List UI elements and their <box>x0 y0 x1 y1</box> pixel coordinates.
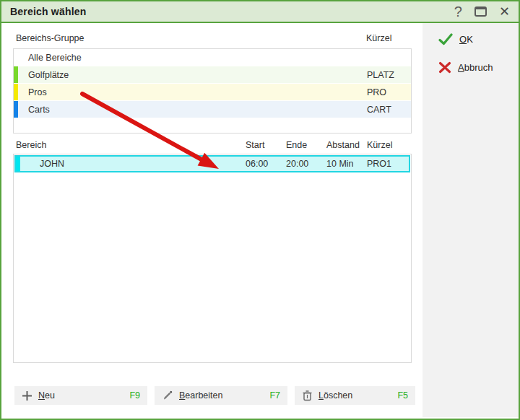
column-header-abstand: Abstand <box>326 140 360 150</box>
bereich-row-john-selected[interactable]: JOHN 06:00 20:00 10 Min PRO1 <box>14 155 410 172</box>
bereich-row-abstand: 10 Min <box>326 159 354 169</box>
group-row-label: Alle Bereiche <box>28 53 82 63</box>
row-color-bar <box>16 157 20 171</box>
bereich-table: JOHN 06:00 20:00 10 Min PRO1 <box>13 154 412 363</box>
close-icon[interactable]: ✕ <box>499 5 510 18</box>
plus-icon <box>22 390 32 401</box>
column-header-ende: Ende <box>286 140 307 150</box>
group-row-pros[interactable]: Pros PRO <box>14 84 411 100</box>
x-icon <box>438 61 451 74</box>
ok-button-label: OK <box>459 34 473 45</box>
group-row-carts[interactable]: Carts CART <box>14 101 411 118</box>
group-section-label: Bereichs-Gruppe <box>16 33 84 43</box>
loeschen-button-label: Löschen <box>318 390 352 401</box>
maximize-icon[interactable] <box>474 6 487 17</box>
group-kuerzel-header: Kürzel <box>366 33 391 43</box>
trash-icon <box>302 390 313 401</box>
neu-fkey: F9 <box>129 390 140 401</box>
bearbeiten-button-label: Bearbeiten <box>179 390 222 401</box>
titlebar-buttons: ? ✕ <box>454 4 510 19</box>
abbruch-button-label: Abbruch <box>458 62 493 73</box>
bereich-row-kuerzel: PRO1 <box>367 159 391 169</box>
titlebar: Bereich wählen ? ✕ <box>1 1 519 23</box>
abbruch-button[interactable]: Abbruch <box>438 61 493 74</box>
row-color-bar <box>14 49 18 66</box>
group-row-alle-bereiche[interactable]: Alle Bereiche <box>14 49 411 66</box>
check-icon <box>438 33 453 45</box>
loeschen-button[interactable]: Löschen F5 <box>295 386 415 405</box>
bearbeiten-button[interactable]: Bearbeiten F7 <box>155 386 287 405</box>
neu-button[interactable]: Neu F9 <box>14 386 147 405</box>
row-color-bar <box>14 84 18 100</box>
row-color-bar <box>14 66 18 83</box>
help-icon[interactable]: ? <box>454 4 462 19</box>
dialog-window: Bereich wählen ? ✕ Bereichs-Gruppe Kürze… <box>0 0 520 420</box>
main-area: Bereichs-Gruppe Kürzel Alle Bereiche Gol… <box>1 23 422 417</box>
neu-button-label: Neu <box>38 390 55 401</box>
side-panel: OK Abbruch <box>422 23 519 417</box>
group-row-label: Pros <box>28 87 47 97</box>
loeschen-fkey: F5 <box>397 390 408 401</box>
group-row-kuerzel: PLATZ <box>367 70 394 80</box>
group-row-label: Golfplätze <box>28 70 69 80</box>
bereich-section-label: Bereich <box>16 140 46 150</box>
ok-button[interactable]: OK <box>438 33 473 45</box>
bereich-row-start: 06:00 <box>246 159 268 169</box>
group-row-golfplaetze[interactable]: Golfplätze PLATZ <box>14 66 411 83</box>
group-row-kuerzel: PRO <box>367 87 386 97</box>
bearbeiten-fkey: F7 <box>269 390 280 401</box>
group-row-label: Carts <box>28 105 50 115</box>
column-header-kuerzel: Kürzel <box>367 140 392 150</box>
bereich-row-name: JOHN <box>40 159 64 169</box>
bereich-row-ende: 20:00 <box>286 159 308 169</box>
column-header-start: Start <box>246 140 264 150</box>
window-title: Bereich wählen <box>10 6 87 17</box>
group-row-kuerzel: CART <box>367 105 391 115</box>
dialog-content: Bereichs-Gruppe Kürzel Alle Bereiche Gol… <box>1 23 519 417</box>
pencil-icon <box>162 390 173 401</box>
row-color-bar <box>14 101 18 118</box>
group-table: Alle Bereiche Golfplätze PLATZ Pros PRO … <box>13 48 412 134</box>
